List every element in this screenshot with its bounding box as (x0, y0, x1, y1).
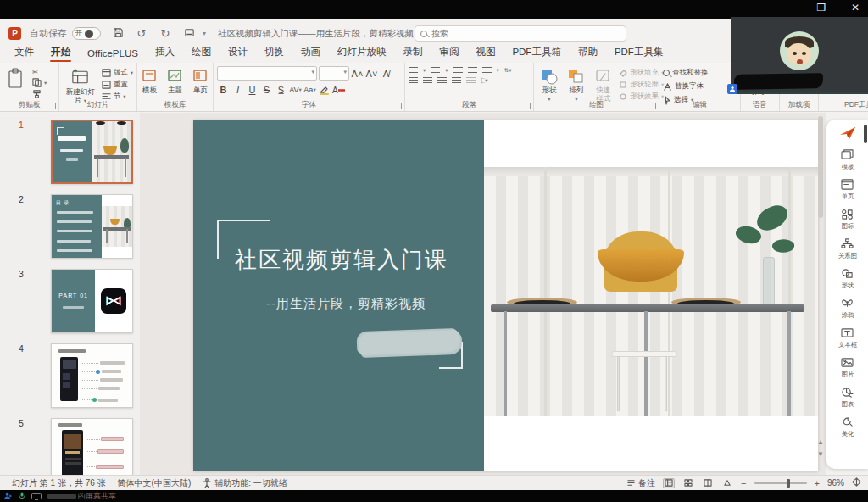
tab-draw[interactable]: 绘图 (184, 43, 219, 63)
align-center-button[interactable] (423, 76, 432, 84)
search-box[interactable] (415, 25, 626, 42)
arrange-button[interactable]: 排列▾ (565, 66, 588, 105)
thumb-2-slide[interactable]: 目 录 (51, 194, 133, 259)
tab-home[interactable]: 开始 (43, 43, 78, 63)
paste-button[interactable] (3, 66, 29, 92)
tab-slideshow[interactable]: 幻灯片放映 (330, 43, 394, 63)
touch-mode-icon[interactable] (182, 27, 196, 41)
single-page-button[interactable]: 单页 (190, 66, 212, 97)
thumbnail-4[interactable]: 4 (0, 342, 140, 413)
paragraph-launcher-icon[interactable] (525, 103, 531, 109)
tab-officeplus[interactable]: OfficePLUS (80, 46, 146, 63)
template-button[interactable]: 模板 (139, 66, 161, 97)
decrease-indent-button[interactable] (453, 66, 463, 74)
tab-insert[interactable]: 插入 (147, 43, 182, 63)
drawing-launcher-icon[interactable] (650, 103, 656, 109)
tab-animations[interactable]: 动画 (293, 43, 328, 63)
strikethrough-button[interactable]: S (260, 83, 273, 97)
zoom-level[interactable]: 96% (827, 478, 844, 488)
italic-button[interactable]: I (231, 83, 244, 97)
clear-format-button[interactable]: A̸ (380, 67, 392, 81)
accessibility-status[interactable]: 辅助功能: 一切就绪 (203, 477, 287, 489)
tab-review[interactable]: 审阅 (431, 43, 466, 63)
layout-button[interactable]: 版式▾ (102, 68, 133, 78)
thumb-4-slide[interactable] (51, 343, 133, 408)
thumbnail-2[interactable]: 2 目 录 (0, 192, 140, 264)
smartart-convert-button[interactable]: ⬱▾ (481, 77, 488, 84)
canvas-scrollbar[interactable]: ▼ ▲ (818, 116, 825, 470)
thumbnail-1[interactable]: 1 (0, 118, 140, 189)
notes-button[interactable]: 备注 (626, 477, 655, 489)
font-size-combo[interactable] (319, 66, 349, 81)
sidebar-item-chart[interactable]: 图表 (826, 383, 868, 412)
grow-font-button[interactable]: A˄ (351, 67, 364, 81)
slide-sorter-view-button[interactable] (682, 478, 694, 488)
bold-button[interactable]: B (217, 83, 230, 97)
replace-fonts-button[interactable]: 替换字体 (663, 81, 709, 92)
tab-pdf-toolbox[interactable]: PDF工具箱 (504, 43, 569, 63)
font-color-button[interactable]: A (332, 83, 345, 97)
sidebar-item-beautify[interactable]: 美化 (826, 413, 868, 442)
sidebar-item-template[interactable]: 模板 (826, 146, 868, 175)
restore-button[interactable]: ❒ (814, 2, 829, 14)
reset-button[interactable]: 重置 (102, 80, 133, 90)
highlight-color-button[interactable] (318, 83, 331, 97)
current-slide[interactable]: 社区视频剪辑入门课 --用生活片段，剪精彩视频 (193, 120, 818, 471)
font-launcher-icon[interactable] (396, 103, 402, 109)
text-direction-button[interactable]: ⇅▾ (504, 67, 512, 74)
zoom-out-button[interactable]: − (741, 478, 746, 488)
shape-fill-button[interactable]: 形状填充▾ (619, 68, 664, 78)
align-right-button[interactable] (437, 76, 447, 84)
thumb-3-slide[interactable]: PART 01 (51, 269, 133, 333)
undo-button[interactable]: ↺ (135, 27, 148, 40)
quick-styles-button[interactable]: 快速样式 (592, 66, 615, 105)
search-input[interactable] (431, 29, 601, 38)
language-indicator[interactable]: 简体中文(中国大陆) (118, 477, 192, 489)
char-spacing-button[interactable]: AV▾ (289, 83, 302, 97)
sidebar-item-shapes[interactable]: 形状 (826, 265, 868, 293)
theme-button[interactable]: 主题 (164, 66, 186, 97)
redo-button[interactable]: ↻ (159, 27, 172, 40)
numbering-button[interactable] (431, 66, 440, 74)
justify-button[interactable] (452, 76, 461, 84)
next-slide-button[interactable]: ▼ (816, 450, 825, 458)
slide-subtitle[interactable]: --用生活片段，剪精彩视频 (219, 296, 473, 312)
normal-view-button[interactable] (663, 478, 675, 488)
tab-view[interactable]: 视图 (468, 43, 503, 63)
format-painter-button[interactable] (32, 89, 47, 98)
tab-file[interactable]: 文件 (7, 43, 42, 63)
sidebar-item-icons[interactable]: 图标 (826, 205, 868, 234)
sidebar-item-doodle[interactable]: 涂鸦 (826, 294, 868, 323)
zoom-slider[interactable] (754, 482, 807, 484)
tab-help[interactable]: 帮助 (570, 43, 605, 63)
thumbnail-5[interactable]: 5 (0, 416, 140, 475)
slideshow-view-button[interactable] (721, 478, 733, 488)
autosave-toggle[interactable]: 开 (72, 27, 101, 40)
video-call-overlay[interactable] (731, 17, 868, 94)
shape-outline-button[interactable]: 形状轮廓▾ (619, 80, 664, 90)
sidebar-item-picture[interactable]: 图片 (826, 354, 868, 382)
save-icon[interactable] (111, 27, 125, 41)
minimize-button[interactable]: — (780, 2, 795, 14)
sidebar-item-diagram[interactable]: 关系图 (826, 235, 868, 264)
zoom-in-button[interactable]: + (815, 478, 820, 488)
fit-to-window-button[interactable] (852, 477, 861, 488)
find-replace-button[interactable]: 查找和替换 (663, 68, 709, 78)
zoom-slider-thumb[interactable] (787, 479, 790, 488)
shadow-button[interactable]: S̲ (275, 83, 287, 97)
close-button[interactable]: ✕ (848, 2, 863, 14)
copy-button[interactable]: ▾ (32, 78, 47, 87)
line-spacing-button[interactable] (482, 66, 492, 74)
change-case-button[interactable]: Aa▾ (303, 83, 316, 97)
columns-button[interactable] (466, 76, 476, 84)
sidebar-scrollbar[interactable] (864, 125, 867, 143)
align-left-button[interactable] (409, 76, 418, 84)
cut-button[interactable]: ✂ (32, 68, 47, 76)
reading-view-button[interactable] (702, 478, 714, 488)
slide-canvas[interactable]: 社区视频剪辑入门课 --用生活片段，剪精彩视频 (140, 113, 826, 475)
clipboard-launcher-icon[interactable] (50, 103, 56, 109)
thumbnail-3[interactable]: 3 PART 01 (0, 267, 140, 338)
font-name-combo[interactable] (217, 66, 317, 81)
shapes-button[interactable]: 形状▾ (537, 66, 561, 105)
prev-slide-button[interactable]: ▲ (816, 438, 825, 446)
